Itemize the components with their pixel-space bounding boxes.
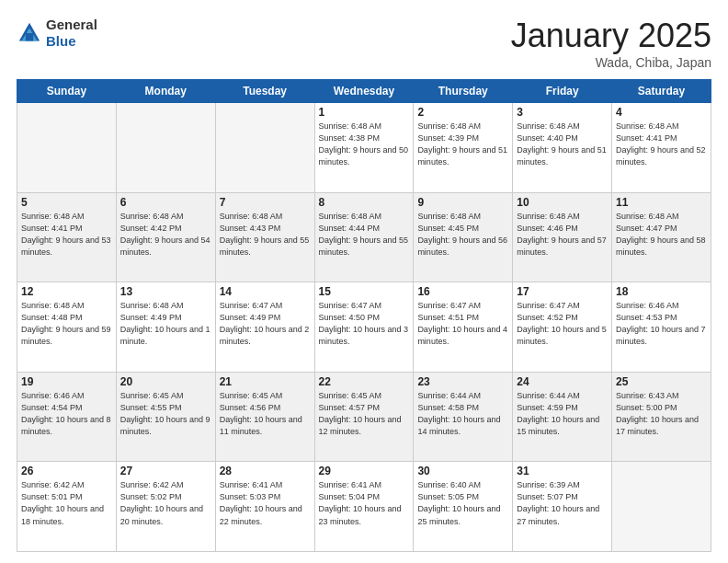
- day-header-saturday: Saturday: [612, 80, 711, 103]
- day-number: 2: [417, 106, 508, 119]
- day-number: 31: [517, 465, 608, 477]
- header-row: SundayMondayTuesdayWednesdayThursdayFrid…: [17, 80, 711, 103]
- day-cell: 23Sunrise: 6:44 AM Sunset: 4:58 PM Dayli…: [414, 372, 513, 462]
- day-header-monday: Monday: [116, 80, 215, 103]
- day-cell: 4Sunrise: 6:48 AM Sunset: 4:41 PM Daylig…: [612, 103, 711, 193]
- day-number: 12: [21, 285, 112, 298]
- day-info: Sunrise: 6:48 AM Sunset: 4:48 PM Dayligh…: [21, 300, 112, 348]
- logo-general: General: [46, 17, 97, 32]
- day-info: Sunrise: 6:48 AM Sunset: 4:38 PM Dayligh…: [319, 121, 410, 168]
- day-number: 5: [21, 196, 112, 209]
- day-cell: 3Sunrise: 6:48 AM Sunset: 4:40 PM Daylig…: [513, 103, 612, 193]
- day-info: Sunrise: 6:48 AM Sunset: 4:42 PM Dayligh…: [120, 211, 211, 259]
- day-number: 23: [417, 375, 508, 388]
- day-cell: 28Sunrise: 6:41 AM Sunset: 5:03 PM Dayli…: [215, 462, 314, 552]
- day-number: 27: [120, 465, 211, 477]
- logo-blue: Blue: [46, 33, 76, 49]
- day-cell: [215, 103, 314, 193]
- day-info: Sunrise: 6:45 AM Sunset: 4:57 PM Dayligh…: [319, 390, 410, 438]
- day-info: Sunrise: 6:48 AM Sunset: 4:45 PM Dayligh…: [417, 211, 508, 259]
- day-info: Sunrise: 6:41 AM Sunset: 5:03 PM Dayligh…: [220, 479, 311, 527]
- day-number: 19: [21, 375, 112, 388]
- day-number: 24: [517, 375, 608, 388]
- day-cell: 11Sunrise: 6:48 AM Sunset: 4:47 PM Dayli…: [612, 192, 711, 282]
- day-info: Sunrise: 6:48 AM Sunset: 4:43 PM Dayligh…: [220, 211, 311, 259]
- day-cell: 25Sunrise: 6:43 AM Sunset: 5:00 PM Dayli…: [612, 372, 711, 462]
- day-info: Sunrise: 6:43 AM Sunset: 5:00 PM Dayligh…: [616, 390, 707, 438]
- logo-text: General Blue: [46, 17, 97, 50]
- day-cell: [116, 103, 215, 193]
- day-cell: 16Sunrise: 6:47 AM Sunset: 4:51 PM Dayli…: [414, 282, 513, 373]
- day-info: Sunrise: 6:44 AM Sunset: 4:58 PM Dayligh…: [417, 390, 508, 438]
- day-number: 9: [417, 196, 508, 209]
- day-cell: 19Sunrise: 6:46 AM Sunset: 4:54 PM Dayli…: [17, 372, 117, 462]
- day-info: Sunrise: 6:47 AM Sunset: 4:50 PM Dayligh…: [319, 300, 410, 348]
- week-row-4: 19Sunrise: 6:46 AM Sunset: 4:54 PM Dayli…: [17, 372, 711, 462]
- day-number: 18: [616, 285, 707, 298]
- day-number: 30: [417, 465, 508, 477]
- day-header-friday: Friday: [513, 80, 612, 103]
- day-info: Sunrise: 6:48 AM Sunset: 4:47 PM Dayligh…: [616, 211, 707, 259]
- week-row-3: 12Sunrise: 6:48 AM Sunset: 4:48 PM Dayli…: [17, 282, 711, 373]
- day-number: 21: [220, 375, 311, 388]
- day-cell: 12Sunrise: 6:48 AM Sunset: 4:48 PM Dayli…: [17, 282, 117, 373]
- day-cell: 7Sunrise: 6:48 AM Sunset: 4:43 PM Daylig…: [215, 192, 314, 282]
- day-number: 16: [417, 285, 508, 298]
- day-cell: 22Sunrise: 6:45 AM Sunset: 4:57 PM Dayli…: [314, 372, 414, 462]
- day-cell: 31Sunrise: 6:39 AM Sunset: 5:07 PM Dayli…: [513, 462, 612, 552]
- day-number: 13: [120, 285, 211, 298]
- day-number: 8: [319, 196, 410, 209]
- svg-rect-2: [26, 33, 33, 40]
- logo: General Blue: [17, 17, 97, 50]
- day-number: 15: [319, 285, 410, 298]
- day-cell: 14Sunrise: 6:47 AM Sunset: 4:49 PM Dayli…: [215, 282, 314, 373]
- day-cell: 1Sunrise: 6:48 AM Sunset: 4:38 PM Daylig…: [314, 103, 414, 193]
- day-cell: 6Sunrise: 6:48 AM Sunset: 4:42 PM Daylig…: [116, 192, 215, 282]
- day-number: 22: [319, 375, 410, 388]
- header: General Blue January 2025 Wada, Chiba, J…: [17, 17, 711, 70]
- day-info: Sunrise: 6:48 AM Sunset: 4:46 PM Dayligh…: [517, 211, 608, 259]
- day-number: 7: [220, 196, 311, 209]
- day-cell: [17, 103, 117, 193]
- day-info: Sunrise: 6:42 AM Sunset: 5:02 PM Dayligh…: [120, 479, 211, 527]
- day-cell: 13Sunrise: 6:48 AM Sunset: 4:49 PM Dayli…: [116, 282, 215, 373]
- day-number: 29: [319, 465, 410, 477]
- day-cell: 24Sunrise: 6:44 AM Sunset: 4:59 PM Dayli…: [513, 372, 612, 462]
- day-info: Sunrise: 6:47 AM Sunset: 4:49 PM Dayligh…: [220, 300, 311, 348]
- title-block: January 2025 Wada, Chiba, Japan: [511, 17, 711, 70]
- day-cell: 27Sunrise: 6:42 AM Sunset: 5:02 PM Dayli…: [116, 462, 215, 552]
- day-cell: 2Sunrise: 6:48 AM Sunset: 4:39 PM Daylig…: [414, 103, 513, 193]
- day-number: 10: [517, 196, 608, 209]
- month-title: January 2025: [511, 17, 711, 55]
- day-number: 25: [616, 375, 707, 388]
- day-cell: 10Sunrise: 6:48 AM Sunset: 4:46 PM Dayli…: [513, 192, 612, 282]
- day-info: Sunrise: 6:48 AM Sunset: 4:49 PM Dayligh…: [120, 300, 211, 348]
- day-cell: 8Sunrise: 6:48 AM Sunset: 4:44 PM Daylig…: [314, 192, 414, 282]
- day-info: Sunrise: 6:48 AM Sunset: 4:41 PM Dayligh…: [616, 121, 707, 168]
- day-info: Sunrise: 6:41 AM Sunset: 5:04 PM Dayligh…: [319, 479, 410, 527]
- day-number: 1: [319, 106, 410, 119]
- day-info: Sunrise: 6:39 AM Sunset: 5:07 PM Dayligh…: [517, 479, 608, 527]
- day-header-wednesday: Wednesday: [314, 80, 414, 103]
- day-cell: 30Sunrise: 6:40 AM Sunset: 5:05 PM Dayli…: [414, 462, 513, 552]
- day-info: Sunrise: 6:46 AM Sunset: 4:53 PM Dayligh…: [616, 300, 707, 348]
- day-cell: 20Sunrise: 6:45 AM Sunset: 4:55 PM Dayli…: [116, 372, 215, 462]
- calendar-table: SundayMondayTuesdayWednesdayThursdayFrid…: [17, 79, 711, 552]
- day-info: Sunrise: 6:48 AM Sunset: 4:39 PM Dayligh…: [417, 121, 508, 168]
- day-cell: 26Sunrise: 6:42 AM Sunset: 5:01 PM Dayli…: [17, 462, 117, 552]
- day-cell: 21Sunrise: 6:45 AM Sunset: 4:56 PM Dayli…: [215, 372, 314, 462]
- day-info: Sunrise: 6:45 AM Sunset: 4:56 PM Dayligh…: [220, 390, 311, 438]
- week-row-5: 26Sunrise: 6:42 AM Sunset: 5:01 PM Dayli…: [17, 462, 711, 552]
- day-header-sunday: Sunday: [17, 80, 117, 103]
- day-header-thursday: Thursday: [414, 80, 513, 103]
- day-number: 11: [616, 196, 707, 209]
- day-cell: 15Sunrise: 6:47 AM Sunset: 4:50 PM Dayli…: [314, 282, 414, 373]
- day-info: Sunrise: 6:47 AM Sunset: 4:51 PM Dayligh…: [417, 300, 508, 348]
- day-number: 17: [517, 285, 608, 298]
- day-cell: 9Sunrise: 6:48 AM Sunset: 4:45 PM Daylig…: [414, 192, 513, 282]
- day-info: Sunrise: 6:48 AM Sunset: 4:41 PM Dayligh…: [21, 211, 112, 259]
- day-info: Sunrise: 6:47 AM Sunset: 4:52 PM Dayligh…: [517, 300, 608, 348]
- day-cell: 17Sunrise: 6:47 AM Sunset: 4:52 PM Dayli…: [513, 282, 612, 373]
- day-info: Sunrise: 6:45 AM Sunset: 4:55 PM Dayligh…: [120, 390, 211, 438]
- day-number: 14: [220, 285, 311, 298]
